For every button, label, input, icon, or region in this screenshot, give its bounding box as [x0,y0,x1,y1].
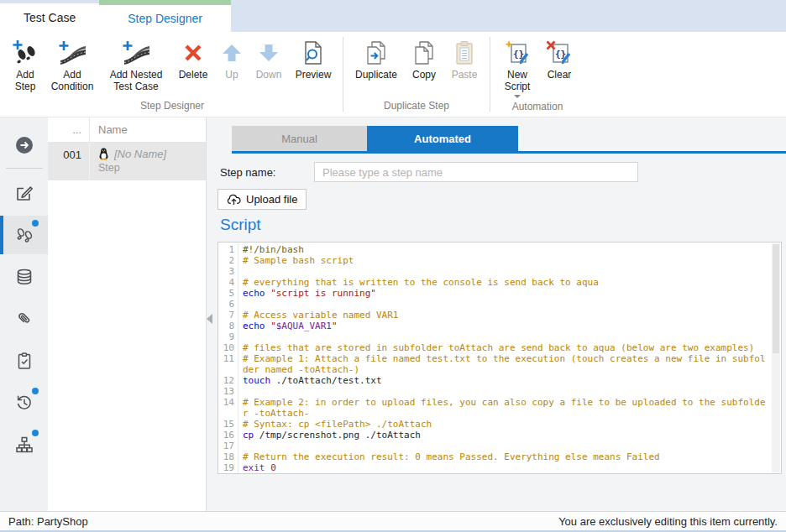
tab-step-designer-label: Step Designer [128,12,202,25]
code-line: 16cp /tmp/screnshot.png ./toAttach [218,430,781,441]
add-nested-test-case-icon [121,37,151,69]
sidebar-item-checklist[interactable] [0,342,48,380]
edit-icon [14,183,34,203]
editor-scrollbar-thumb[interactable] [773,244,779,353]
step-list-header-name: Name [90,117,128,142]
line-number: 1 [218,244,238,255]
history-badge [32,388,39,394]
paste-button[interactable]: Paste [448,37,481,97]
code-line: 10# files that are stored in subfolder t… [218,342,781,353]
code-line: 1#!/bin/bash [218,244,781,255]
script-editor[interactable]: 1#!/bin/bash2# Sample bash script34# eve… [217,242,782,474]
add-condition-button[interactable]: Add Condition [47,37,97,97]
tab-automated[interactable]: Automated [367,126,518,151]
upload-file-button[interactable]: Upload file [217,189,307,210]
ribbon-separator [343,37,343,112]
code-line: 2# Sample bash script [218,255,781,266]
status-path: Path: PartyShop [8,515,88,528]
attachment-icon [14,309,34,329]
up-button[interactable]: Up [218,37,245,97]
step-list-row[interactable]: 001 [No Name] St [48,143,206,180]
step-editor-panel: Manual Automated Step name: Upload file … [207,117,786,511]
script-section-title: Script [220,216,261,234]
step-index: 001 [48,143,90,180]
delete-label: Delete [179,69,208,81]
ribbon-group-label-automation: Automation [492,98,583,117]
database-icon [14,267,34,287]
navigate-icon [14,135,34,155]
down-button[interactable]: Down [252,37,286,97]
code-line: 13 [218,386,781,397]
delete-button[interactable]: Delete [175,37,212,97]
sidebar-item-attachments[interactable] [0,300,48,338]
step-list-header: ... Name [48,117,206,143]
add-step-button[interactable]: Add Step [10,37,40,97]
code-line: 11# Example 1: Attach a file named test.… [218,353,781,364]
line-number: 6 [218,299,238,310]
code-line: 6 [218,299,781,310]
code-line: 7# Access variable named VAR1 [218,310,781,321]
code-line: 17 [218,441,781,451]
upload-file-label: Upload file [246,193,297,206]
line-number: 16 [218,430,238,441]
tab-automated-label: Automated [414,133,471,145]
ribbon-separator [490,37,490,112]
duplicate-button[interactable]: Duplicate [352,37,401,97]
line-number: 4 [218,277,238,288]
line-number: 11 [218,353,238,364]
ribbon-group-label-step-designer: Step Designer [3,97,341,117]
sidebar-item-edit[interactable] [0,174,48,212]
sidebar-divider [6,168,43,169]
clear-button[interactable]: {} Clear [542,37,576,98]
clear-label: Clear [548,69,572,81]
code-line: 3 [218,266,781,277]
editor-tabbar: Manual Automated [232,126,786,154]
svg-text:{}: {} [555,49,566,60]
sidebar-item-hierarchy[interactable] [0,425,48,464]
sidebar-item-database[interactable] [0,258,48,296]
svg-text:{}: {} [513,49,524,60]
clear-script-icon: {} [545,37,574,69]
tab-step-designer[interactable]: Step Designer [99,0,231,32]
line-number: 14 [218,397,238,408]
line-number: 13 [218,386,238,397]
new-script-button[interactable]: {} New Script [499,37,536,98]
document-tabstrip: Test Case Step Designer [0,0,786,32]
line-number [218,408,238,419]
add-nested-test-case-button[interactable]: Add Nested Test Case [104,37,168,97]
code-line: r -toAttach- [218,408,781,419]
code-line: 8echo "$AQUA_VAR1" [218,321,781,331]
line-number: 7 [218,310,238,321]
checklist-icon [14,351,34,371]
line-number: 19 [218,462,238,473]
upload-cloud-icon [227,194,241,206]
step-name-input[interactable] [314,162,638,182]
new-script-icon: {} [503,37,532,69]
paste-icon [454,37,474,69]
sidebar-item-history[interactable] [0,383,48,422]
step-list-header-index: ... [48,117,90,142]
code-line: 18# Return the execution result: 0 means… [218,451,781,462]
preview-icon [301,37,325,69]
editor-scrollbar[interactable] [772,243,780,472]
steps-icon [14,225,34,245]
sidebar-item-steps[interactable] [0,216,48,254]
code-lines: 1#!/bin/bash2# Sample bash script34# eve… [218,243,781,473]
tab-test-case-label: Test Case [24,11,76,24]
line-number: 8 [218,321,238,331]
collapse-panel-icon[interactable] [207,314,212,324]
tab-test-case[interactable]: Test Case [0,3,99,32]
copy-button[interactable]: Copy [407,37,441,97]
code-line: der named -toAttach-) [218,364,781,375]
line-number: 5 [218,288,238,299]
tab-manual[interactable]: Manual [232,126,367,151]
up-arrow-icon [221,37,243,69]
status-editing-message: You are exclusively editing this item cu… [558,515,778,528]
line-number: 15 [218,419,238,430]
new-script-label: New Script [499,69,536,92]
sidebar-item-navigate[interactable] [0,126,48,164]
line-number: 12 [218,375,238,386]
preview-button[interactable]: Preview [292,37,334,97]
sidebar [0,117,48,511]
ribbon-group-duplicate-step: Duplicate Copy [345,32,488,117]
